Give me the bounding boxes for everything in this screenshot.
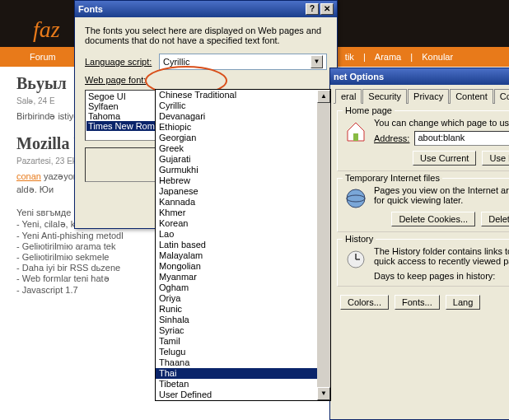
nav-tik[interactable]: tik <box>345 52 354 62</box>
dropdown-item[interactable]: Hebrew <box>156 175 330 186</box>
dropdown-item[interactable]: Chinese Traditional <box>156 90 330 100</box>
delete-files-button[interactable]: Delete <box>481 212 509 226</box>
dropdown-item[interactable]: Ethiopic <box>156 122 330 133</box>
scroll-down-icon[interactable]: ▼ <box>317 387 330 400</box>
svg-rect-0 <box>353 133 358 141</box>
group-label: Home page <box>343 105 395 115</box>
dropdown-item[interactable]: Telugu <box>156 347 330 357</box>
close-button[interactable]: ✕ <box>320 3 334 15</box>
dropdown-item[interactable]: Latin based <box>156 240 330 250</box>
home-icon <box>343 118 369 144</box>
tab-security[interactable]: Security <box>362 89 407 104</box>
days-label: Days to keep pages in history: <box>374 271 509 281</box>
scroll-up-icon[interactable]: ▲ <box>317 90 330 103</box>
link-conan[interactable]: conan <box>16 171 41 181</box>
history-group: History The History folder contains link… <box>337 239 509 287</box>
tab-general[interactable]: eral <box>335 89 362 104</box>
inet-title: net Options <box>334 72 509 82</box>
dropdown-item[interactable]: Khmer <box>156 208 330 218</box>
home-text: You can change which page to us <box>374 118 509 128</box>
site-logo: faz <box>33 16 60 43</box>
use-default-button[interactable]: Use D <box>482 151 509 166</box>
dropdown-item[interactable]: User Defined <box>156 390 330 400</box>
history-text: The History folder contains links to qui… <box>374 246 509 266</box>
temp-text: Pages you view on the Internet are for q… <box>374 185 509 205</box>
tab-connections[interactable]: Conne <box>494 89 509 104</box>
tab-content[interactable]: Content <box>450 89 493 104</box>
dropdown-item[interactable]: Japanese <box>156 186 330 197</box>
group-label: Temporary Internet files <box>343 173 442 183</box>
use-current-button[interactable]: Use Current <box>413 151 476 166</box>
temp-files-group: Temporary Internet files Pages you view … <box>337 178 509 232</box>
chevron-down-icon[interactable]: ▼ <box>311 55 323 68</box>
nav-forum[interactable]: Forum <box>30 52 56 62</box>
nav-konular[interactable]: Konular <box>422 52 453 62</box>
help-button[interactable]: ? <box>306 3 319 15</box>
dropdown-item[interactable]: Tamil <box>156 336 330 347</box>
dropdown-item[interactable]: Mongolian <box>156 261 330 272</box>
dropdown-item[interactable]: Gurmukhi <box>156 165 330 175</box>
dropdown-item[interactable]: Gujarati <box>156 154 330 165</box>
delete-cookies-button[interactable]: Delete Cookies... <box>391 212 475 226</box>
dropdown-item[interactable]: Cyrillic <box>156 100 330 111</box>
dropdown-item[interactable]: Greek <box>156 143 330 154</box>
webfont-label: Web page font: <box>85 75 159 85</box>
language-label: Language script: <box>85 57 159 67</box>
dropdown-item[interactable]: Myanmar <box>156 272 330 282</box>
dropdown-item[interactable]: Kannada <box>156 197 330 208</box>
dropdown-item[interactable]: Sinhala <box>156 315 330 325</box>
dropdown-item[interactable]: Thai <box>156 368 330 379</box>
clock-icon <box>343 246 369 273</box>
language-select[interactable]: Cyrillic ▼ <box>159 54 327 70</box>
group-label: History <box>343 234 376 244</box>
nav-arama[interactable]: Arama <box>375 52 401 62</box>
dropdown-item[interactable]: Korean <box>156 218 330 229</box>
scrollbar[interactable]: ▲ ▼ <box>317 90 330 400</box>
dropdown-item[interactable]: Oriya <box>156 293 330 304</box>
dropdown-item[interactable]: Lao <box>156 229 330 240</box>
fonts-button[interactable]: Fonts... <box>395 295 440 310</box>
address-label: Address: <box>374 133 409 143</box>
languages-button[interactable]: Lang <box>446 295 480 310</box>
colors-button[interactable]: Colors... <box>340 295 389 310</box>
fonts-titlebar[interactable]: Fonts ? ✕ <box>75 1 337 17</box>
language-dropdown[interactable]: Chinese TraditionalCyrillicDevanagariEth… <box>155 89 331 401</box>
dropdown-item[interactable]: Thaana <box>156 357 330 368</box>
dropdown-item[interactable]: Ogham <box>156 282 330 293</box>
tabs: eral Security Privacy Content Conne <box>334 88 509 104</box>
dropdown-item[interactable]: Syriac <box>156 325 330 336</box>
fonts-title: Fonts <box>78 4 304 14</box>
dropdown-item[interactable]: Georgian <box>156 133 330 143</box>
home-page-group: Home page You can change which page to u… <box>337 110 509 171</box>
internet-options-dialog: net Options eral Security Privacy Conten… <box>329 68 509 420</box>
address-input[interactable]: about:blank <box>414 131 509 146</box>
dropdown-item[interactable]: Devanagari <box>156 111 330 122</box>
dropdown-item[interactable]: Tibetan <box>156 379 330 390</box>
svg-point-1 <box>347 189 365 208</box>
fonts-hint: The fonts you select here are displayed … <box>85 26 327 45</box>
dropdown-item[interactable]: Runic <box>156 304 330 315</box>
dropdown-item[interactable]: Malayalam <box>156 250 330 261</box>
language-value: Cyrillic <box>163 57 189 67</box>
globe-icon <box>343 185 369 212</box>
tab-privacy[interactable]: Privacy <box>408 89 449 104</box>
inet-titlebar[interactable]: net Options <box>330 68 509 85</box>
